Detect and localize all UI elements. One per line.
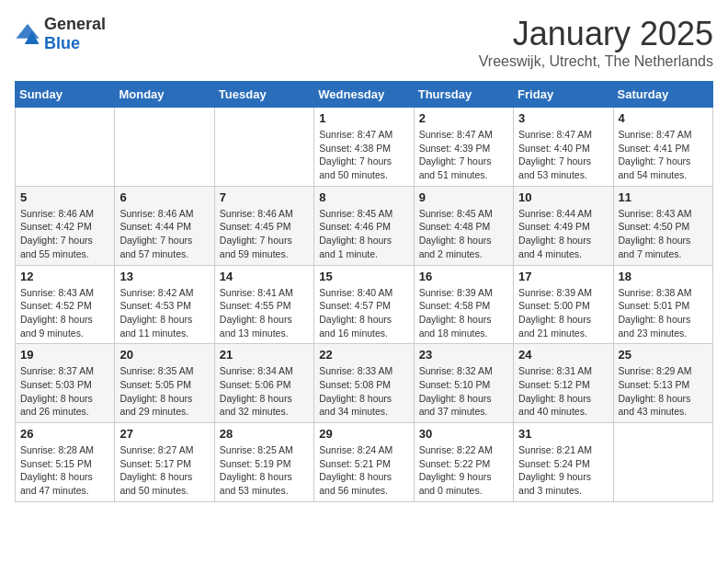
calendar-cell: 4Sunrise: 8:47 AMSunset: 4:41 PMDaylight… <box>613 108 712 187</box>
calendar-cell: 1Sunrise: 8:47 AMSunset: 4:38 PMDaylight… <box>314 108 414 187</box>
calendar-week-row: 19Sunrise: 8:37 AMSunset: 5:03 PMDayligh… <box>16 344 713 423</box>
calendar-cell: 26Sunrise: 8:28 AMSunset: 5:15 PMDayligh… <box>16 423 115 502</box>
calendar-cell: 14Sunrise: 8:41 AMSunset: 4:55 PMDayligh… <box>214 265 313 344</box>
calendar-cell: 29Sunrise: 8:24 AMSunset: 5:21 PMDayligh… <box>314 423 414 502</box>
day-info: Sunrise: 8:45 AMSunset: 4:46 PMDaylight:… <box>319 207 408 261</box>
day-info: Sunrise: 8:47 AMSunset: 4:38 PMDaylight:… <box>319 128 408 182</box>
calendar-cell: 16Sunrise: 8:39 AMSunset: 4:58 PMDayligh… <box>414 265 513 344</box>
calendar-cell: 10Sunrise: 8:44 AMSunset: 4:49 PMDayligh… <box>514 186 613 265</box>
day-info: Sunrise: 8:35 AMSunset: 5:05 PMDaylight:… <box>119 364 209 419</box>
calendar-cell: 31Sunrise: 8:21 AMSunset: 5:24 PMDayligh… <box>514 423 613 502</box>
day-number: 19 <box>20 348 109 362</box>
day-info: Sunrise: 8:37 AMSunset: 5:03 PMDaylight:… <box>20 364 109 419</box>
title-area: January 2025 Vreeswijk, Utrecht, The Net… <box>479 15 713 70</box>
day-number: 14 <box>220 270 309 283</box>
day-number: 7 <box>220 190 309 204</box>
day-info: Sunrise: 8:31 AMSunset: 5:12 PMDaylight:… <box>518 364 608 419</box>
calendar-table: SundayMondayTuesdayWednesdayThursdayFrid… <box>15 81 713 502</box>
page-header: General Blue January 2025 Vreeswijk, Utr… <box>15 15 713 70</box>
calendar-cell: 8Sunrise: 8:45 AMSunset: 4:46 PMDaylight… <box>314 186 414 265</box>
weekday-header-monday: Monday <box>115 82 214 108</box>
calendar-cell <box>613 423 712 502</box>
day-info: Sunrise: 8:25 AMSunset: 5:19 PMDaylight:… <box>220 443 309 498</box>
day-number: 30 <box>419 427 508 441</box>
day-number: 4 <box>619 111 708 125</box>
day-info: Sunrise: 8:47 AMSunset: 4:39 PMDaylight:… <box>419 128 508 182</box>
day-info: Sunrise: 8:27 AMSunset: 5:17 PMDaylight:… <box>119 443 209 498</box>
calendar-cell: 17Sunrise: 8:39 AMSunset: 5:00 PMDayligh… <box>514 265 613 344</box>
day-info: Sunrise: 8:34 AMSunset: 5:06 PMDaylight:… <box>220 364 309 419</box>
calendar-week-row: 26Sunrise: 8:28 AMSunset: 5:15 PMDayligh… <box>16 423 713 502</box>
calendar-cell: 7Sunrise: 8:46 AMSunset: 4:45 PMDaylight… <box>214 186 313 265</box>
day-number: 3 <box>518 111 608 125</box>
day-info: Sunrise: 8:47 AMSunset: 4:40 PMDaylight:… <box>518 128 608 182</box>
calendar-cell: 9Sunrise: 8:45 AMSunset: 4:48 PMDaylight… <box>414 186 513 265</box>
logo-text: General Blue <box>44 15 106 53</box>
day-number: 29 <box>319 427 408 441</box>
calendar-week-row: 1Sunrise: 8:47 AMSunset: 4:38 PMDaylight… <box>16 108 713 187</box>
day-number: 1 <box>319 111 408 125</box>
calendar-cell: 5Sunrise: 8:46 AMSunset: 4:42 PMDaylight… <box>16 186 115 265</box>
calendar-cell <box>115 108 214 187</box>
calendar-cell: 15Sunrise: 8:40 AMSunset: 4:57 PMDayligh… <box>314 265 414 344</box>
calendar-cell: 27Sunrise: 8:27 AMSunset: 5:17 PMDayligh… <box>115 423 214 502</box>
day-number: 11 <box>619 190 708 204</box>
day-number: 26 <box>20 427 109 441</box>
day-number: 27 <box>119 427 209 441</box>
day-info: Sunrise: 8:38 AMSunset: 5:01 PMDaylight:… <box>619 286 708 340</box>
day-info: Sunrise: 8:46 AMSunset: 4:45 PMDaylight:… <box>220 207 309 261</box>
day-info: Sunrise: 8:21 AMSunset: 5:24 PMDaylight:… <box>518 443 608 498</box>
day-number: 9 <box>419 190 508 204</box>
day-info: Sunrise: 8:42 AMSunset: 4:53 PMDaylight:… <box>119 286 209 340</box>
calendar-cell: 11Sunrise: 8:43 AMSunset: 4:50 PMDayligh… <box>613 186 712 265</box>
weekday-header-row: SundayMondayTuesdayWednesdayThursdayFrid… <box>16 82 713 108</box>
day-number: 25 <box>619 348 708 362</box>
day-info: Sunrise: 8:44 AMSunset: 4:49 PMDaylight:… <box>518 207 608 261</box>
day-info: Sunrise: 8:39 AMSunset: 4:58 PMDaylight:… <box>419 286 508 340</box>
day-info: Sunrise: 8:47 AMSunset: 4:41 PMDaylight:… <box>619 128 708 182</box>
day-number: 21 <box>220 348 309 362</box>
calendar-cell <box>16 108 115 187</box>
calendar-cell: 28Sunrise: 8:25 AMSunset: 5:19 PMDayligh… <box>214 423 313 502</box>
day-info: Sunrise: 8:22 AMSunset: 5:22 PMDaylight:… <box>419 443 508 498</box>
day-number: 22 <box>319 348 408 362</box>
logo-blue: Blue <box>44 34 80 52</box>
logo-general: General <box>44 15 106 33</box>
day-number: 12 <box>20 270 109 283</box>
day-number: 28 <box>220 427 309 441</box>
day-number: 31 <box>518 427 608 441</box>
day-number: 24 <box>518 348 608 362</box>
calendar-cell: 23Sunrise: 8:32 AMSunset: 5:10 PMDayligh… <box>414 344 513 423</box>
day-number: 8 <box>319 190 408 204</box>
day-info: Sunrise: 8:32 AMSunset: 5:10 PMDaylight:… <box>419 364 508 419</box>
calendar-cell: 6Sunrise: 8:46 AMSunset: 4:44 PMDaylight… <box>115 186 214 265</box>
day-number: 13 <box>119 270 209 283</box>
day-info: Sunrise: 8:43 AMSunset: 4:52 PMDaylight:… <box>20 286 109 340</box>
weekday-header-sunday: Sunday <box>16 82 115 108</box>
calendar-cell: 2Sunrise: 8:47 AMSunset: 4:39 PMDaylight… <box>414 108 513 187</box>
calendar-cell: 24Sunrise: 8:31 AMSunset: 5:12 PMDayligh… <box>514 344 613 423</box>
calendar-cell: 18Sunrise: 8:38 AMSunset: 5:01 PMDayligh… <box>613 265 712 344</box>
day-number: 23 <box>419 348 508 362</box>
calendar-cell <box>214 108 313 187</box>
weekday-header-saturday: Saturday <box>613 82 712 108</box>
day-number: 2 <box>419 111 508 125</box>
calendar-week-row: 12Sunrise: 8:43 AMSunset: 4:52 PMDayligh… <box>16 265 713 344</box>
calendar-cell: 30Sunrise: 8:22 AMSunset: 5:22 PMDayligh… <box>414 423 513 502</box>
calendar-cell: 25Sunrise: 8:29 AMSunset: 5:13 PMDayligh… <box>613 344 712 423</box>
day-info: Sunrise: 8:46 AMSunset: 4:42 PMDaylight:… <box>20 207 109 261</box>
calendar-cell: 12Sunrise: 8:43 AMSunset: 4:52 PMDayligh… <box>16 265 115 344</box>
calendar-cell: 20Sunrise: 8:35 AMSunset: 5:05 PMDayligh… <box>115 344 214 423</box>
calendar-cell: 19Sunrise: 8:37 AMSunset: 5:03 PMDayligh… <box>16 344 115 423</box>
day-number: 5 <box>20 190 109 204</box>
day-number: 20 <box>119 348 209 362</box>
day-info: Sunrise: 8:46 AMSunset: 4:44 PMDaylight:… <box>119 207 209 261</box>
logo-icon <box>15 24 40 44</box>
weekday-header-thursday: Thursday <box>414 82 513 108</box>
calendar-cell: 22Sunrise: 8:33 AMSunset: 5:08 PMDayligh… <box>314 344 414 423</box>
day-info: Sunrise: 8:24 AMSunset: 5:21 PMDaylight:… <box>319 443 408 498</box>
day-info: Sunrise: 8:29 AMSunset: 5:13 PMDaylight:… <box>619 364 708 419</box>
calendar-cell: 3Sunrise: 8:47 AMSunset: 4:40 PMDaylight… <box>514 108 613 187</box>
month-title: January 2025 <box>479 15 713 53</box>
day-info: Sunrise: 8:40 AMSunset: 4:57 PMDaylight:… <box>319 286 408 340</box>
